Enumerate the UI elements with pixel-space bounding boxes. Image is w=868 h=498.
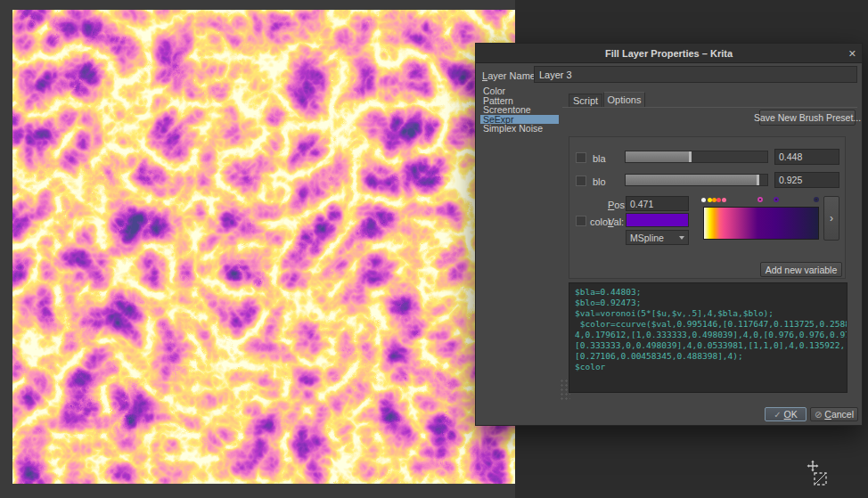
gradient-stop-marker[interactable] (774, 197, 779, 202)
bla-slider-fill (626, 151, 689, 162)
check-icon: ✓ (774, 410, 781, 420)
gradient-editor (702, 196, 820, 241)
gradient-stop-marker[interactable] (814, 197, 819, 202)
bla-label: bla (593, 153, 606, 164)
canvas-scroll-area[interactable] (0, 0, 515, 498)
gradient-stop-marker[interactable] (757, 197, 763, 202)
canvas-artwork[interactable] (12, 10, 515, 484)
cancel-icon: ⊘ (815, 410, 822, 420)
scroll-right-icon[interactable]: › (823, 196, 839, 241)
gradient-stop-marker[interactable] (708, 198, 712, 202)
dialog-title: Fill Layer Properties – Krita (605, 48, 733, 59)
gradient-stops (702, 196, 820, 206)
script-line: $blo=0.92473; (575, 298, 841, 308)
pos-label: Pos: (608, 200, 627, 210)
blo-value-input[interactable]: 0.925 (774, 172, 839, 188)
bla-enabled-checkbox[interactable] (576, 152, 586, 163)
script-output[interactable]: $bla=0.44803;$blo=0.92473;$val=voronoi(5… (569, 282, 848, 393)
blo-slider-handle[interactable] (757, 175, 759, 185)
ok-button-label: OK (784, 409, 798, 420)
save-new-brush-preset-button[interactable]: Save New Brush Preset... (759, 110, 856, 126)
krita-workspace: Fill Layer Properties – Krita ✕ Layer Na… (0, 0, 868, 498)
cancel-button-label: Cancel (824, 409, 854, 420)
generator-item-screentone[interactable]: Screentone (480, 105, 559, 115)
close-icon[interactable]: ✕ (848, 44, 856, 63)
blo-enabled-checkbox[interactable] (576, 176, 586, 186)
gradient-bar[interactable] (703, 207, 819, 240)
script-line: [0.27106,0.00458345,0.488398],4); (575, 351, 841, 362)
blo-slider[interactable] (625, 174, 768, 186)
bla-value-input[interactable]: 0.448 (774, 149, 839, 165)
pos-value-input[interactable]: 0.471 (626, 196, 689, 211)
script-line: [0.333333,0,0.498039],4,0.0533981,[1,1,0… (575, 340, 841, 351)
interpolation-combo[interactable]: MSpline (626, 230, 689, 245)
interpolation-value: MSpline (630, 233, 664, 243)
script-line: $val=voronoi(5*[$u,$v,.5],4,$bla,$blo); (575, 308, 841, 319)
ok-button[interactable]: ✓ OK (765, 407, 807, 421)
generator-item-color[interactable]: Color (480, 86, 559, 96)
add-new-variable-button[interactable]: Add new variable (760, 262, 842, 277)
gradient-stop-marker[interactable] (712, 198, 717, 202)
tab-options[interactable]: Options (603, 92, 645, 107)
bla-slider-handle[interactable] (689, 151, 692, 162)
variables-panel: bla 0.448 blo 0.925 color Pos: 0.471 Val… (569, 136, 846, 279)
script-line: $color (575, 362, 841, 372)
script-line: 4,0.179612,[1,0.333333,0.498039],4,0,[0.… (575, 330, 841, 340)
val-label: Val: (608, 216, 624, 227)
tab-pane-border (562, 107, 857, 108)
layer-name-label: Layer Name: (482, 70, 538, 81)
layer-name-input[interactable]: Layer 3 (534, 66, 857, 83)
script-line: $bla=0.44803; (575, 287, 841, 298)
generator-item-simplex-noise[interactable]: Simplex Noise (480, 124, 559, 134)
gradient-stop-marker[interactable] (701, 198, 706, 202)
gradient-stop-marker[interactable] (722, 198, 726, 202)
gradient-stop-marker[interactable] (717, 198, 721, 202)
move-tool-cursor-icon (805, 460, 830, 488)
generator-list: ColorPatternScreentoneSeExprSimplex Nois… (480, 86, 559, 402)
blo-slider-fill (626, 175, 757, 185)
script-line: $color=ccurve($val,0.995146,[0.117647,0.… (575, 319, 841, 330)
bla-slider[interactable] (625, 151, 768, 163)
dropdown-arrow-icon (679, 236, 684, 240)
color-value-swatch[interactable] (626, 213, 689, 227)
color-enabled-checkbox[interactable] (576, 216, 586, 226)
fill-layer-properties-dialog: Fill Layer Properties – Krita ✕ Layer Na… (475, 43, 863, 426)
tab-script[interactable]: Script (569, 94, 602, 107)
blo-label: blo (593, 176, 606, 187)
dialog-titlebar[interactable]: Fill Layer Properties – Krita ✕ (476, 44, 862, 63)
cancel-button[interactable]: ⊘ Cancel (810, 407, 858, 421)
